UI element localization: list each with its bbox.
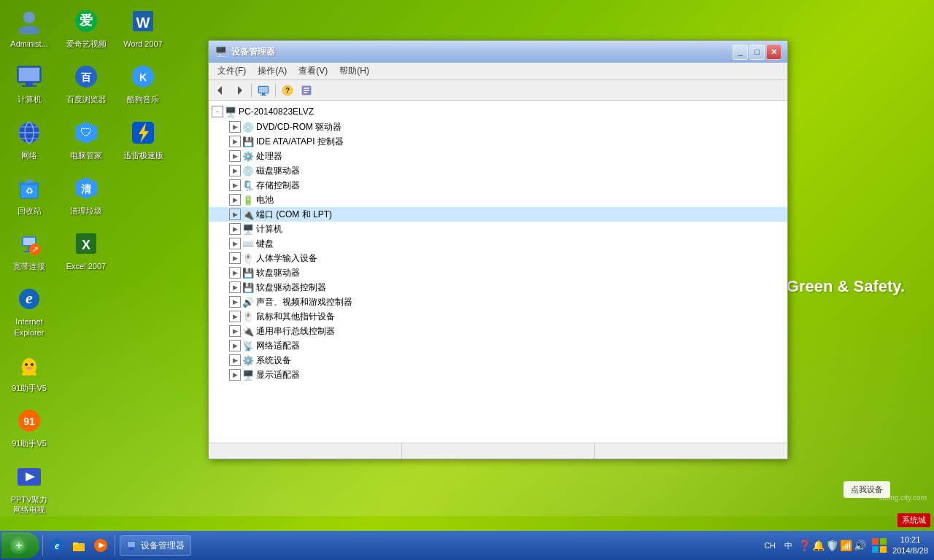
svg-rect-73 [128,549,134,550]
desktop-icon-baidu[interactable]: 百 百度浏览器 [61,59,112,107]
excel-label: Excel 2007 [66,261,106,271]
desktop-icon-pptv[interactable]: PPTV聚力 网络电视 [4,459,55,518]
desktop-icon-broadband[interactable]: ↗ 宽带连接 [4,226,55,274]
toolbar-help-btn[interactable]: ? [279,82,296,98]
display-icon: 🖥️ [242,370,254,381]
task-label: 设备管理器 [141,540,185,552]
svg-point-24 [25,363,28,366]
proc-icon: ⚙️ [242,151,254,162]
desktop-icon-word[interactable]: W Word 2007 [117,4,169,52]
dvd-icon: 💿 [242,122,254,133]
windows-logo-tray[interactable] [869,535,889,556]
tree-item-net-adapter[interactable]: ▶ 📡 网络适配器 [209,338,787,353]
svg-point-1 [19,26,39,34]
minimize-button[interactable]: _ [733,44,748,60]
desktop-icon-kugo[interactable]: K 酷狗音乐 [117,59,169,107]
maximize-button[interactable]: □ [749,44,765,60]
tree-item-display[interactable]: ▶ 🖥️ 显示适配器 [209,368,787,382]
tray-chinese[interactable]: 中 [781,539,795,553]
kugo-label: 酷狗音乐 [127,94,159,104]
tray-volume-icon[interactable]: 🔊 [854,540,866,551]
desktop-icon-qq[interactable]: 91助手V5 [4,348,55,396]
desktop-icon-excel[interactable]: X Excel 2007 [61,226,112,274]
svg-rect-63 [18,542,20,548]
svg-rect-77 [880,546,887,553]
ports-icon: 🔌 [242,209,254,220]
tree-item-ports[interactable]: ▶ 🔌 端口 (COM 和 LPT) [209,207,787,222]
ports-label: 端口 (COM 和 LPT) [256,209,332,221]
tray-lang[interactable]: CH [761,540,779,551]
admin-icon [15,7,44,36]
tray-notify-icon[interactable]: 🔔 [812,540,825,551]
root-label: PC-20140823ELVZ [239,106,314,117]
svg-rect-5 [22,85,36,87]
window-title-icon: 🖥️ [215,46,227,58]
watermark-site: xitong.city.com [879,494,927,502]
start-button[interactable] [1,532,39,559]
tree-item-system[interactable]: ▶ ⚙️ 系统设备 [209,353,787,368]
tree-item-mouse[interactable]: ▶ 🖱️ 鼠标和其他指针设备 [209,309,787,324]
toolbar-back-btn[interactable] [212,82,229,98]
tree-item-storage[interactable]: ▶ 🗜️ 存储控制器 [209,178,787,192]
desktop-icon-ie[interactable]: e Internet Explorer [4,281,55,341]
menu-action[interactable]: 操作(A) [252,63,293,79]
broadband-icon: ↗ [15,229,44,258]
hid-expand-icon: ▶ [229,252,241,264]
tree-item-ide[interactable]: ▶ 💾 IDE ATA/ATAPI 控制器 [209,134,787,149]
toolbar-computer-btn[interactable] [255,82,272,98]
tray-network-icon[interactable]: 📶 [840,540,852,551]
desktop-icon-network[interactable]: 网络 [4,115,55,163]
window-title-text: 设备管理器 [231,46,733,58]
taskbar-media-icon[interactable] [90,534,112,556]
desktop-icon-iqiyi[interactable]: 爱 爱奇艺视频 [61,4,112,52]
tree-item-computer[interactable]: ▶ 🖥️ 计算机 [209,222,787,236]
window-content[interactable]: − 🖥️ PC-20140823ELVZ ▶ 💿 DVD/CD-ROM 驱动器 … [209,101,787,443]
tree-root[interactable]: − 🖥️ PC-20140823ELVZ [209,104,787,120]
ports-expand-icon: ▶ [229,209,241,220]
desktop-icon-admin[interactable]: Administ... [4,4,55,52]
tray-clock[interactable]: 10:21 2014/8/28 [892,534,928,557]
tray-icons: ❓ 🔔 🛡️ 📶 🔊 [798,540,866,551]
taskbar-task-device-mgr[interactable]: 设备管理器 [120,535,191,556]
proc-expand-icon: ▶ [229,150,241,162]
tree-item-floppy[interactable]: ▶ 💾 软盘驱动器 [209,265,787,280]
toolbar-forward-btn[interactable] [231,82,248,98]
system-tray: CH 中 ❓ 🔔 🛡️ 📶 🔊 10:21 [755,534,934,557]
tray-help-icon[interactable]: ❓ [798,540,811,551]
tree-item-floppy-ctrl[interactable]: ▶ 💾 软盘驱动器控制器 [209,280,787,295]
taskbar-ie-icon[interactable]: e [46,534,68,556]
menu-view[interactable]: 查看(V) [293,63,333,79]
tree-item-disk[interactable]: ▶ 💿 磁盘驱动器 [209,163,787,178]
close-button[interactable]: ✕ [766,44,781,60]
desktop-icon-thunder[interactable]: 迅雷极速版 [117,115,169,163]
toolbar-properties-btn[interactable] [298,82,315,98]
tree-item-processor[interactable]: ▶ ⚙️ 处理器 [209,149,787,163]
window-controls: _ □ ✕ [733,44,781,60]
svg-rect-74 [872,538,879,545]
svg-text:百: 百 [81,71,92,83]
desktop-icon-91[interactable]: 91 91助手V5 [4,403,55,451]
tree-item-dvd[interactable]: ▶ 💿 DVD/CD-ROM 驱动器 [209,120,787,134]
clock-date: 2014/8/28 [892,545,928,556]
taskbar-folder-icon[interactable] [68,534,90,556]
svg-text:爱: 爱 [80,13,93,28]
tree-item-hid[interactable]: ▶ 🖱️ 人体学输入设备 [209,251,787,265]
menu-help[interactable]: 帮助(H) [333,63,375,79]
desktop-icon-clean[interactable]: 清 清理垃圾 [61,171,112,219]
tray-shield-icon[interactable]: 🛡️ [826,540,838,551]
svg-point-25 [31,363,34,366]
svg-point-0 [23,12,35,23]
floppy-ctrl-label: 软盘驱动器控制器 [256,281,326,294]
tree-item-usb[interactable]: ▶ 🔌 通用串行总线控制器 [209,324,787,338]
desktop-icon-computer[interactable]: 计算机 [4,59,55,107]
tree-item-keyboard[interactable]: ▶ ⌨️ 键盘 [209,236,787,251]
menu-file[interactable]: 文件(F) [212,63,252,79]
svg-rect-54 [260,95,266,96]
tree-item-sound[interactable]: ▶ 🔊 声音、视频和游戏控制器 [209,295,787,309]
desktop-icon-pcmgr[interactable]: 🛡 电脑管家 [61,115,112,163]
tree-item-battery[interactable]: ▶ 🔋 电池 [209,192,787,207]
desktop-icon-recycle[interactable]: ♻ 回收站 [4,171,55,219]
floppy-expand-icon: ▶ [229,267,241,279]
desktop: , Green & Safety. Administ... [0,0,934,560]
baidu-label: 百度浏览器 [66,94,107,104]
